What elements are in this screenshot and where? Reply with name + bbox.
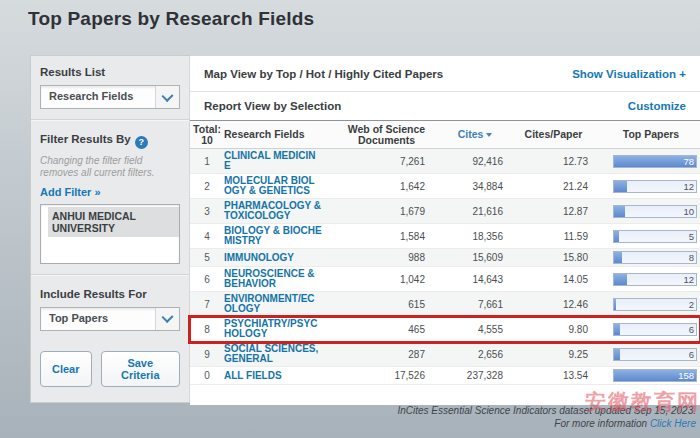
top-papers-bar: 2 — [613, 298, 697, 311]
include-results-label: Include Results For — [40, 288, 180, 300]
map-view-bar: Map View by Top / Hot / Highly Cited Pap… — [190, 56, 700, 92]
cites-value: 237,328 — [445, 370, 505, 381]
research-field-link[interactable]: NEUROSCIENCE & BEHAVIOR — [224, 269, 328, 289]
top-papers-bar-fill — [614, 252, 622, 263]
cites-per-paper-value: 9.25 — [505, 349, 602, 360]
research-field-link[interactable]: IMMUNOLOGY — [224, 253, 328, 263]
research-field-link[interactable]: ENVIRONMENT/ECOLOGY — [224, 294, 328, 314]
include-results-section: Include Results For Top Papers — [31, 278, 189, 339]
cites-per-paper-value: 13.54 — [505, 370, 602, 381]
research-field-link[interactable]: BIOLOGY & BIOCHEMISTRY — [224, 226, 328, 246]
cites-per-paper-value: 15.80 — [505, 252, 602, 263]
wos-documents-value: 1,642 — [328, 181, 445, 192]
add-filter-link[interactable]: Add Filter » — [40, 186, 180, 198]
cites-value: 18,356 — [445, 231, 505, 242]
cites-value: 15,609 — [445, 252, 505, 263]
row-rank: 9 — [190, 349, 224, 360]
top-papers-count: 8 — [689, 252, 694, 263]
research-field-link[interactable]: PSYCHIATRY/PSYCHOLOGY — [224, 319, 328, 339]
top-papers-bar: 158 — [613, 369, 697, 382]
report-view-title: Report View by Selection — [204, 100, 341, 112]
research-field-link[interactable]: PHARMACOLOGY & TOXICOLOGY — [224, 201, 328, 221]
wos-documents-value: 1,679 — [328, 206, 445, 217]
top-papers-count: 6 — [689, 324, 694, 335]
row-rank: 5 — [190, 252, 224, 263]
dataset-update-note: InCites Essential Science Indicators dat… — [397, 404, 696, 417]
map-view-title: Map View by Top / Hot / Highly Cited Pap… — [204, 68, 443, 80]
top-papers-cell: 5 — [602, 230, 700, 243]
cites-per-paper-value: 12.46 — [505, 299, 602, 310]
row-rank: 0 — [190, 370, 224, 381]
filter-section: Filter Results By? Changing the filter f… — [31, 123, 189, 272]
results-list-section: Results List Research Fields — [31, 56, 189, 117]
filter-results-label: Filter Results By? — [40, 133, 180, 149]
customize-link[interactable]: Customize — [628, 100, 686, 112]
show-visualization-link[interactable]: Show Visualization + — [572, 68, 686, 80]
row-rank: 8 — [190, 324, 224, 335]
table-row: 3 PHARMACOLOGY & TOXICOLOGY 1,679 21,616… — [190, 199, 700, 224]
cites-value: 4,555 — [445, 324, 505, 335]
help-icon[interactable]: ? — [135, 136, 148, 149]
wos-documents-value: 615 — [328, 299, 445, 310]
include-results-value: Top Papers — [41, 308, 155, 330]
column-header-top-papers: Top Papers — [602, 129, 700, 140]
include-results-dropdown[interactable]: Top Papers — [40, 307, 180, 331]
main-panel: Map View by Top / Hot / Highly Cited Pap… — [190, 55, 700, 405]
table-row: 5 IMMUNOLOGY 988 15,609 15.80 8 — [190, 249, 700, 267]
row-rank: 1 — [190, 156, 224, 167]
cites-per-paper-value: 9.80 — [505, 324, 602, 335]
top-papers-cell: 78 — [602, 155, 700, 168]
cites-per-paper-value: 11.59 — [505, 231, 602, 242]
column-header-cites-sort[interactable]: Cites — [445, 129, 505, 140]
column-header-cites-per-paper: Cites/Paper — [505, 129, 602, 140]
top-papers-cell: 8 — [602, 251, 700, 264]
chevron-down-icon[interactable] — [155, 86, 179, 108]
cites-per-paper-value: 21.24 — [505, 181, 602, 192]
clear-button[interactable]: Clear — [40, 351, 92, 387]
top-papers-cell: 12 — [602, 273, 700, 286]
wos-documents-value: 7,261 — [328, 156, 445, 167]
wos-documents-value: 17,526 — [328, 370, 445, 381]
filter-listbox[interactable]: ANHUI MEDICAL UNIVERSITY — [40, 204, 180, 264]
top-papers-cell: 12 — [602, 180, 700, 193]
top-papers-bar-fill — [614, 349, 620, 360]
top-papers-bar: 78 — [613, 155, 697, 168]
more-info-line: For more information Click Here — [397, 417, 696, 430]
research-field-link[interactable]: SOCIAL SCIENCES, GENERAL — [224, 344, 328, 364]
column-header-total: Total: 10 — [190, 124, 224, 146]
top-papers-cell: 6 — [602, 323, 700, 336]
top-papers-cell: 158 — [602, 369, 700, 382]
cites-value: 34,884 — [445, 181, 505, 192]
results-list-dropdown[interactable]: Research Fields — [40, 85, 180, 109]
filter-note: Changing the filter field removes all cu… — [40, 155, 180, 179]
table-header-row: Total: 10 Research Fields Web of Science… — [190, 120, 700, 149]
chevron-down-icon[interactable] — [155, 308, 179, 330]
wos-documents-value: 1,042 — [328, 274, 445, 285]
wos-documents-value: 287 — [328, 349, 445, 360]
table-row: 8 PSYCHIATRY/PSYCHOLOGY 465 4,555 9.80 6 — [190, 317, 700, 342]
top-papers-bar-fill — [614, 324, 620, 335]
wos-documents-value: 988 — [328, 252, 445, 263]
row-rank: 3 — [190, 206, 224, 217]
research-field-link[interactable]: ALL FIELDS — [224, 371, 328, 381]
top-papers-count: 12 — [683, 181, 694, 192]
column-header-research-fields: Research Fields — [224, 129, 328, 140]
top-papers-count: 5 — [689, 231, 694, 242]
table-row: 6 NEUROSCIENCE & BEHAVIOR 1,042 14,643 1… — [190, 267, 700, 292]
top-papers-bar-fill — [614, 206, 625, 217]
table-row: 1 CLINICAL MEDICINE 7,261 92,416 12.73 7… — [190, 149, 700, 174]
click-here-link[interactable]: Click Here — [650, 418, 696, 429]
top-papers-bar: 5 — [613, 230, 697, 243]
save-criteria-button[interactable]: Save Criteria — [101, 351, 180, 387]
research-field-link[interactable]: CLINICAL MEDICINE — [224, 151, 328, 171]
row-rank: 2 — [190, 181, 224, 192]
research-field-link[interactable]: MOLECULAR BIOLOGY & GENETICS — [224, 176, 328, 196]
top-papers-count: 6 — [689, 349, 694, 360]
row-rank: 4 — [190, 231, 224, 242]
sidebar: Results List Research Fields Filter Resu… — [30, 55, 190, 403]
table-body: 1 CLINICAL MEDICINE 7,261 92,416 12.73 7… — [190, 149, 700, 385]
top-papers-bar-fill — [614, 274, 627, 285]
filter-list-item[interactable]: ANHUI MEDICAL UNIVERSITY — [48, 207, 179, 237]
row-rank: 6 — [190, 274, 224, 285]
wos-documents-value: 1,584 — [328, 231, 445, 242]
